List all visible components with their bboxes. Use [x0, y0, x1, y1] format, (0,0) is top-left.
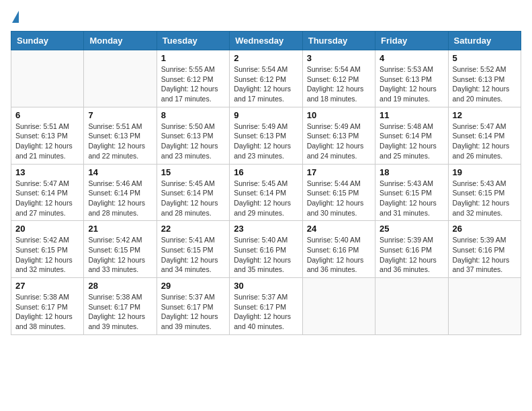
day-info: Sunrise: 5:45 AM Sunset: 6:14 PM Dayligh…	[161, 179, 225, 218]
calendar-cell: 16Sunrise: 5:45 AM Sunset: 6:14 PM Dayli…	[230, 164, 302, 221]
day-info: Sunrise: 5:40 AM Sunset: 6:16 PM Dayligh…	[234, 235, 298, 275]
calendar-header-saturday: Saturday	[448, 32, 521, 50]
calendar-cell	[84, 50, 157, 107]
day-info: Sunrise: 5:40 AM Sunset: 6:16 PM Dayligh…	[307, 235, 371, 275]
day-info: Sunrise: 5:47 AM Sunset: 6:14 PM Dayligh…	[453, 122, 517, 161]
calendar-cell: 14Sunrise: 5:46 AM Sunset: 6:14 PM Dayli…	[84, 164, 157, 221]
calendar-cell: 12Sunrise: 5:47 AM Sunset: 6:14 PM Dayli…	[448, 107, 521, 164]
calendar-cell: 18Sunrise: 5:43 AM Sunset: 6:15 PM Dayli…	[375, 164, 448, 221]
calendar-cell	[448, 278, 521, 335]
page-header	[11, 11, 521, 24]
day-info: Sunrise: 5:43 AM Sunset: 6:15 PM Dayligh…	[453, 179, 517, 218]
calendar-cell: 20Sunrise: 5:42 AM Sunset: 6:15 PM Dayli…	[11, 221, 84, 278]
day-number: 22	[161, 224, 225, 234]
calendar-cell: 29Sunrise: 5:37 AM Sunset: 6:17 PM Dayli…	[157, 278, 229, 335]
day-number: 20	[15, 224, 79, 234]
day-number: 11	[380, 110, 443, 120]
day-number: 17	[307, 167, 371, 177]
calendar-cell: 7Sunrise: 5:51 AM Sunset: 6:13 PM Daylig…	[84, 107, 157, 164]
day-info: Sunrise: 5:48 AM Sunset: 6:14 PM Dayligh…	[380, 122, 443, 161]
day-info: Sunrise: 5:39 AM Sunset: 6:16 PM Dayligh…	[453, 235, 517, 275]
calendar-cell: 26Sunrise: 5:39 AM Sunset: 6:16 PM Dayli…	[448, 221, 521, 278]
calendar-cell: 1Sunrise: 5:55 AM Sunset: 6:12 PM Daylig…	[157, 50, 229, 107]
day-number: 1	[161, 53, 225, 63]
day-number: 26	[453, 224, 517, 234]
day-info: Sunrise: 5:42 AM Sunset: 6:15 PM Dayligh…	[88, 235, 152, 275]
calendar-header-tuesday: Tuesday	[157, 32, 229, 50]
day-info: Sunrise: 5:49 AM Sunset: 6:13 PM Dayligh…	[234, 122, 298, 161]
day-info: Sunrise: 5:46 AM Sunset: 6:14 PM Dayligh…	[88, 179, 152, 218]
day-number: 19	[453, 167, 517, 177]
calendar-week-row: 20Sunrise: 5:42 AM Sunset: 6:15 PM Dayli…	[11, 221, 521, 278]
day-number: 24	[307, 224, 371, 234]
day-info: Sunrise: 5:54 AM Sunset: 6:12 PM Dayligh…	[234, 64, 298, 104]
calendar-week-row: 6Sunrise: 5:51 AM Sunset: 6:13 PM Daylig…	[11, 107, 521, 164]
day-number: 2	[234, 53, 298, 63]
calendar-cell: 15Sunrise: 5:45 AM Sunset: 6:14 PM Dayli…	[157, 164, 229, 221]
calendar-cell	[375, 278, 448, 335]
calendar-cell: 17Sunrise: 5:44 AM Sunset: 6:15 PM Dayli…	[302, 164, 375, 221]
day-number: 27	[15, 281, 79, 291]
calendar-cell: 30Sunrise: 5:37 AM Sunset: 6:17 PM Dayli…	[230, 278, 302, 335]
day-number: 13	[15, 167, 79, 177]
day-info: Sunrise: 5:38 AM Sunset: 6:17 PM Dayligh…	[88, 292, 152, 332]
logo-triangle-icon	[12, 11, 19, 23]
day-info: Sunrise: 5:51 AM Sunset: 6:13 PM Dayligh…	[88, 122, 152, 161]
calendar-cell: 3Sunrise: 5:54 AM Sunset: 6:12 PM Daylig…	[302, 50, 375, 107]
calendar-cell: 25Sunrise: 5:39 AM Sunset: 6:16 PM Dayli…	[375, 221, 448, 278]
day-info: Sunrise: 5:37 AM Sunset: 6:17 PM Dayligh…	[234, 292, 298, 332]
calendar-cell: 9Sunrise: 5:49 AM Sunset: 6:13 PM Daylig…	[230, 107, 302, 164]
day-info: Sunrise: 5:39 AM Sunset: 6:16 PM Dayligh…	[380, 235, 443, 275]
calendar-cell: 28Sunrise: 5:38 AM Sunset: 6:17 PM Dayli…	[84, 278, 157, 335]
day-info: Sunrise: 5:45 AM Sunset: 6:14 PM Dayligh…	[234, 179, 298, 218]
day-number: 25	[380, 224, 443, 234]
day-number: 21	[88, 224, 152, 234]
day-info: Sunrise: 5:52 AM Sunset: 6:13 PM Dayligh…	[453, 64, 517, 104]
calendar-cell: 13Sunrise: 5:47 AM Sunset: 6:14 PM Dayli…	[11, 164, 84, 221]
day-number: 18	[380, 167, 443, 177]
day-number: 30	[234, 281, 298, 291]
day-info: Sunrise: 5:38 AM Sunset: 6:17 PM Dayligh…	[15, 292, 79, 332]
calendar-cell: 24Sunrise: 5:40 AM Sunset: 6:16 PM Dayli…	[302, 221, 375, 278]
calendar-cell: 8Sunrise: 5:50 AM Sunset: 6:13 PM Daylig…	[157, 107, 229, 164]
day-number: 15	[161, 167, 225, 177]
calendar-week-row: 27Sunrise: 5:38 AM Sunset: 6:17 PM Dayli…	[11, 278, 521, 335]
day-info: Sunrise: 5:55 AM Sunset: 6:12 PM Dayligh…	[161, 64, 225, 104]
calendar-week-row: 1Sunrise: 5:55 AM Sunset: 6:12 PM Daylig…	[11, 50, 521, 107]
day-number: 29	[161, 281, 225, 291]
day-info: Sunrise: 5:42 AM Sunset: 6:15 PM Dayligh…	[15, 235, 79, 275]
day-info: Sunrise: 5:50 AM Sunset: 6:13 PM Dayligh…	[161, 122, 225, 161]
day-number: 5	[453, 53, 517, 63]
day-number: 23	[234, 224, 298, 234]
calendar-header-monday: Monday	[84, 32, 157, 50]
day-info: Sunrise: 5:54 AM Sunset: 6:12 PM Dayligh…	[307, 64, 371, 104]
calendar-cell: 19Sunrise: 5:43 AM Sunset: 6:15 PM Dayli…	[448, 164, 521, 221]
calendar-table: SundayMondayTuesdayWednesdayThursdayFrid…	[11, 31, 521, 335]
day-info: Sunrise: 5:37 AM Sunset: 6:17 PM Dayligh…	[161, 292, 225, 332]
calendar-week-row: 13Sunrise: 5:47 AM Sunset: 6:14 PM Dayli…	[11, 164, 521, 221]
calendar-cell: 23Sunrise: 5:40 AM Sunset: 6:16 PM Dayli…	[230, 221, 302, 278]
calendar-cell: 4Sunrise: 5:53 AM Sunset: 6:13 PM Daylig…	[375, 50, 448, 107]
calendar-header-friday: Friday	[375, 32, 448, 50]
day-info: Sunrise: 5:53 AM Sunset: 6:13 PM Dayligh…	[380, 64, 443, 104]
calendar-cell: 27Sunrise: 5:38 AM Sunset: 6:17 PM Dayli…	[11, 278, 84, 335]
logo	[11, 11, 19, 24]
calendar-header-sunday: Sunday	[11, 32, 84, 50]
day-info: Sunrise: 5:51 AM Sunset: 6:13 PM Dayligh…	[15, 122, 79, 161]
day-number: 12	[453, 110, 517, 120]
day-number: 10	[307, 110, 371, 120]
calendar-cell: 5Sunrise: 5:52 AM Sunset: 6:13 PM Daylig…	[448, 50, 521, 107]
day-number: 6	[15, 110, 79, 120]
calendar-header-row: SundayMondayTuesdayWednesdayThursdayFrid…	[11, 32, 521, 50]
day-number: 3	[307, 53, 371, 63]
day-info: Sunrise: 5:43 AM Sunset: 6:15 PM Dayligh…	[380, 179, 443, 218]
calendar-cell: 10Sunrise: 5:49 AM Sunset: 6:13 PM Dayli…	[302, 107, 375, 164]
day-info: Sunrise: 5:47 AM Sunset: 6:14 PM Dayligh…	[15, 179, 79, 218]
calendar-cell: 11Sunrise: 5:48 AM Sunset: 6:14 PM Dayli…	[375, 107, 448, 164]
calendar-cell: 21Sunrise: 5:42 AM Sunset: 6:15 PM Dayli…	[84, 221, 157, 278]
day-number: 28	[88, 281, 152, 291]
day-number: 14	[88, 167, 152, 177]
calendar-cell: 22Sunrise: 5:41 AM Sunset: 6:15 PM Dayli…	[157, 221, 229, 278]
calendar-cell	[302, 278, 375, 335]
calendar-header-wednesday: Wednesday	[230, 32, 302, 50]
